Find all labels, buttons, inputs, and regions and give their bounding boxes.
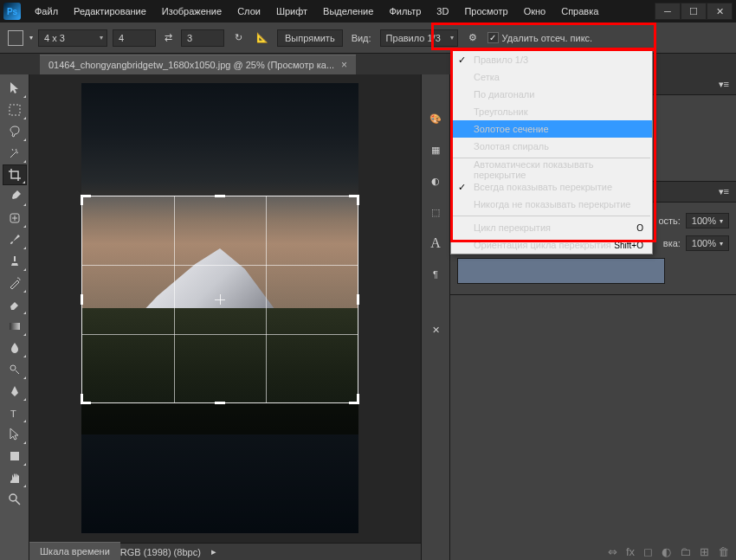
overlay-auto-show[interactable]: Автоматически показывать перекрытие (451, 161, 652, 178)
menu-file[interactable]: Файл (28, 3, 65, 20)
overlay-option-rule-of-thirds[interactable]: ✓Правило 1/3 (451, 51, 652, 68)
overlay-always-show[interactable]: ✓Всегда показывать перекрытие (451, 178, 652, 196)
swap-dimensions-icon[interactable]: ⇄ (161, 32, 176, 43)
blur-tool[interactable] (3, 338, 27, 358)
menu-filter[interactable]: Фильтр (382, 3, 428, 20)
paragraph-panel-icon[interactable]: ¶ (426, 265, 445, 284)
overlay-option-golden-spiral[interactable]: Золотая спираль (451, 138, 652, 155)
straighten-button[interactable]: Выпрямить (277, 29, 343, 47)
type-tool[interactable]: T (3, 402, 27, 423)
adjustment-layer-icon[interactable]: ◐ (662, 545, 671, 558)
svg-rect-0 (10, 105, 20, 115)
menu-select[interactable]: Выделение (316, 3, 380, 20)
svg-point-3 (10, 365, 16, 370)
menu-edit[interactable]: Редактирование (67, 3, 153, 20)
crop-handle-right[interactable] (357, 294, 359, 305)
menu-3d[interactable]: 3D (429, 3, 455, 20)
path-selection-tool[interactable] (3, 424, 27, 445)
document-tab[interactable]: 01464_chongyangbridgetw_1680x1050.jpg @ … (40, 55, 356, 74)
adjustments-panel-icon[interactable]: ◐ (426, 171, 445, 190)
link-layers-icon[interactable]: ⇔ (608, 545, 617, 558)
crop-height-input[interactable]: 3 (181, 29, 224, 47)
crop-box[interactable] (81, 196, 358, 403)
crop-shade-bottom (81, 403, 358, 533)
menu-window[interactable]: Окно (517, 3, 553, 20)
character-panel-icon[interactable]: A (426, 234, 445, 253)
zoom-tool[interactable] (3, 489, 27, 510)
svg-rect-5 (10, 452, 19, 460)
fill-value[interactable]: 100%▾ (686, 235, 729, 251)
pen-tool[interactable] (3, 381, 27, 402)
overlay-option-grid[interactable]: Сетка (451, 68, 652, 86)
overlay-never-show[interactable]: Никогда не показывать перекрытие (451, 196, 652, 213)
dropdown-arrow-icon[interactable]: ▾ (29, 34, 33, 42)
layer-thumbnail[interactable] (457, 258, 665, 284)
maximize-button[interactable]: ☐ (681, 3, 707, 20)
crop-width-input[interactable]: 4 (113, 29, 156, 47)
aspect-ratio-dropdown[interactable]: 4 x 3 (38, 29, 107, 47)
swatches-panel-icon[interactable]: ▦ (426, 140, 445, 159)
document-tab-title: 01464_chongyangbridgetw_1680x1050.jpg @ … (48, 60, 334, 70)
overlay-cycle[interactable]: Цикл перекрытияO (451, 219, 652, 236)
hand-tool[interactable] (3, 467, 27, 488)
magic-wand-tool[interactable] (3, 143, 27, 164)
crop-shade-top (81, 83, 358, 196)
crop-handle-tl[interactable] (81, 195, 93, 207)
crop-tool[interactable] (3, 164, 27, 185)
overlay-view-dropdown[interactable]: Правило 1/3 (380, 29, 458, 47)
history-brush-tool[interactable] (3, 273, 27, 293)
delete-layer-icon[interactable]: 🗑 (718, 545, 729, 558)
crop-handle-left[interactable] (81, 294, 83, 305)
tools-panel-icon[interactable]: ✕ (426, 320, 445, 339)
crop-handle-br[interactable] (347, 392, 359, 404)
healing-brush-tool[interactable] (3, 208, 27, 229)
brush-tool[interactable] (3, 229, 27, 250)
canvas-area[interactable]: 25% Adobe RGB (1998) (8bpc) ▸ (29, 74, 421, 560)
delete-cropped-label: Удалить отсеч. пикс. (502, 33, 593, 43)
move-tool[interactable] (3, 78, 27, 99)
crop-handle-top[interactable] (215, 195, 225, 197)
menu-image[interactable]: Изображение (155, 3, 229, 20)
overlay-cycle-orientation[interactable]: Ориентация цикла перекрытияShift+O (451, 236, 652, 254)
eraser-tool[interactable] (3, 294, 27, 315)
menu-help[interactable]: Справка (554, 3, 605, 20)
checkbox-icon (487, 32, 499, 43)
overlay-option-triangle[interactable]: Треугольник (451, 103, 652, 120)
lasso-tool[interactable] (3, 121, 27, 142)
straighten-icon[interactable]: 📐 (253, 32, 272, 43)
crop-handle-bl[interactable] (81, 392, 93, 404)
clear-icon[interactable]: ↻ (229, 32, 248, 43)
close-tab-icon[interactable]: × (341, 59, 347, 71)
layer-mask-icon[interactable]: ◻ (643, 545, 653, 558)
clone-stamp-tool[interactable] (3, 251, 27, 272)
close-button[interactable]: ✕ (707, 3, 733, 20)
panel-menu-icon[interactable]: ▾≡ (719, 79, 729, 90)
title-bar: Ps Файл Редактирование Изображение Слои … (0, 0, 736, 23)
gear-icon[interactable]: ⚙ (463, 32, 482, 43)
gradient-tool[interactable] (3, 316, 27, 337)
dodge-tool[interactable] (3, 359, 27, 380)
menu-bar: Файл Редактирование Изображение Слои Шри… (28, 3, 655, 20)
menu-type[interactable]: Шрифт (269, 3, 314, 20)
crop-handle-tr[interactable] (347, 195, 359, 207)
minimize-button[interactable]: ─ (655, 3, 681, 20)
group-icon[interactable]: 🗀 (680, 545, 691, 558)
shape-tool[interactable] (3, 446, 27, 467)
color-panel-icon[interactable]: 🎨 (426, 109, 445, 128)
opacity-value[interactable]: 100%▾ (686, 213, 729, 229)
eyedropper-tool[interactable] (3, 186, 27, 207)
overlay-option-golden-ratio[interactable]: Золотое сечение (451, 120, 652, 138)
timeline-tab[interactable]: Шкала времени (29, 542, 120, 560)
overlay-option-diagonal[interactable]: По диагонали (451, 86, 652, 103)
crop-handle-bottom[interactable] (215, 402, 225, 404)
new-layer-icon[interactable]: ⊞ (700, 545, 709, 558)
delete-cropped-checkbox[interactable]: Удалить отсеч. пикс. (487, 32, 593, 43)
window-controls: ─ ☐ ✕ (655, 3, 733, 20)
marquee-tool[interactable] (3, 100, 27, 120)
menu-layers[interactable]: Слои (230, 3, 268, 20)
panel-menu-icon[interactable]: ▾≡ (719, 186, 729, 197)
styles-panel-icon[interactable]: ⬚ (426, 203, 445, 222)
menu-view[interactable]: Просмотр (457, 3, 514, 20)
chevron-right-icon[interactable]: ▸ (211, 546, 216, 557)
layer-fx-icon[interactable]: fx (626, 545, 635, 558)
